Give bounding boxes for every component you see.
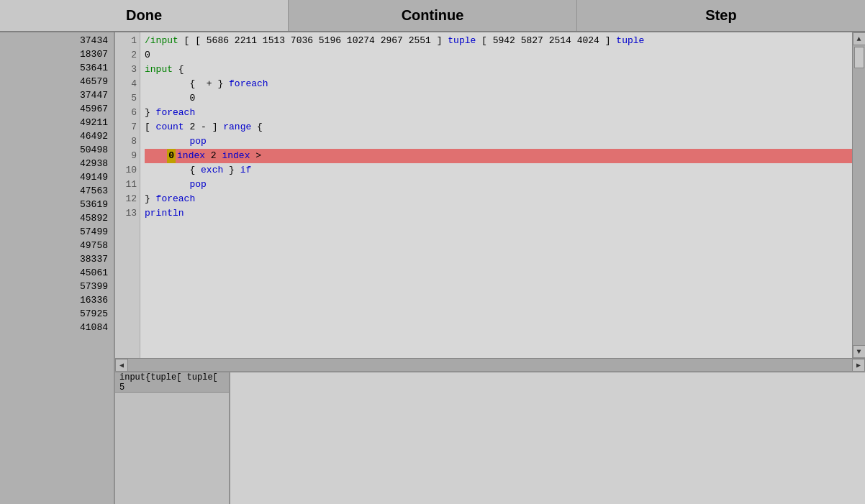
code-token: 2 xyxy=(205,149,222,163)
stack-list: 3743418307536414657937447459674921146492… xyxy=(0,32,114,504)
code-token xyxy=(167,178,189,192)
stack-item: 18307 xyxy=(0,47,114,61)
code-token: } xyxy=(223,163,240,178)
code-token: range xyxy=(223,120,251,134)
code-token: } xyxy=(145,106,156,120)
indent xyxy=(145,178,167,192)
code-token: foreach xyxy=(229,77,268,91)
line-number: 9 xyxy=(115,149,137,163)
code-token: { xyxy=(173,63,184,77)
stack-item: 49758 xyxy=(0,239,114,252)
code-token: [ [ 5686 2211 1513 7036 5196 10274 2967 … xyxy=(178,34,448,48)
hscroll-track[interactable] xyxy=(128,359,852,371)
stack-item: 57925 xyxy=(0,307,114,321)
code-token: } xyxy=(145,192,156,206)
stack-item: 45892 xyxy=(0,211,114,225)
code-token: tuple xyxy=(448,34,476,48)
vertical-scrollbar: ▲ ▼ xyxy=(852,32,865,358)
code-line: [ count 2 - ] range { xyxy=(145,120,861,134)
code-token: if xyxy=(240,163,252,178)
code-line: } foreach xyxy=(145,192,861,206)
right-panel: 12345678910111213 /input [ [ 5686 2211 1… xyxy=(115,32,865,504)
code-token: { xyxy=(167,163,201,178)
line-number: 2 xyxy=(115,48,137,63)
code-token: foreach xyxy=(156,192,196,206)
line-number: 4 xyxy=(115,77,137,91)
code-token: { + } xyxy=(167,77,229,91)
done-button[interactable]: Done xyxy=(0,0,289,31)
code-line: 0 xyxy=(145,48,861,63)
stack-item: 49149 xyxy=(0,170,114,184)
code-token: { xyxy=(251,120,263,134)
stack-item: 46579 xyxy=(0,75,114,88)
code-token: index xyxy=(222,149,250,163)
bottom-left-panel: input{tuple[ tuple[ 5 xyxy=(115,372,230,504)
line-number: 5 xyxy=(115,91,137,106)
code-token: /input xyxy=(145,34,178,48)
stack-item: 57399 xyxy=(0,280,114,293)
code-token: input xyxy=(145,63,173,77)
line-number: 13 xyxy=(115,206,137,221)
code-token: 0 xyxy=(167,91,195,106)
stack-item: 46492 xyxy=(0,129,114,143)
code-token: exch xyxy=(201,163,223,178)
line-number: 12 xyxy=(115,192,137,206)
bottom-status-bar: input{tuple[ tuple[ 5 xyxy=(115,372,229,393)
code-token: pop xyxy=(189,178,206,192)
stack-item: 53641 xyxy=(0,61,114,75)
continue-button[interactable]: Continue xyxy=(289,0,577,31)
code-line: } foreach xyxy=(145,106,861,120)
code-token: 2 - ] xyxy=(184,120,224,134)
code-area[interactable]: /input [ [ 5686 2211 1513 7036 5196 1027… xyxy=(140,32,865,358)
stack-item: 37447 xyxy=(0,88,114,102)
step-button[interactable]: Step xyxy=(577,0,865,31)
indent xyxy=(145,77,167,91)
code-line: { exch } if xyxy=(145,163,861,178)
stack-item: 57499 xyxy=(0,225,114,239)
stack-item: 53619 xyxy=(0,198,114,211)
scroll-left-arrow[interactable]: ◀ xyxy=(115,359,128,372)
code-token: [ 5942 5827 2514 4024 ] xyxy=(476,34,616,48)
line-number: 10 xyxy=(115,163,137,178)
scroll-down-arrow[interactable]: ▼ xyxy=(853,345,866,358)
line-number: 1 xyxy=(115,34,137,48)
line-number: 8 xyxy=(115,134,137,149)
line-number: 3 xyxy=(115,63,137,77)
code-line: 0index 2 index > xyxy=(145,149,861,163)
stack-item: 42938 xyxy=(0,157,114,170)
current-marker: 0 xyxy=(167,149,176,163)
line-number: 11 xyxy=(115,178,137,192)
stack-item: 49211 xyxy=(0,116,114,129)
code-token: foreach xyxy=(156,106,196,120)
code-token: count xyxy=(156,120,184,134)
code-token: > xyxy=(250,149,261,163)
code-token: println xyxy=(145,206,184,221)
indent xyxy=(145,91,167,106)
stack-item: 16336 xyxy=(0,293,114,307)
code-line: { + } foreach xyxy=(145,77,861,91)
indent xyxy=(145,149,167,163)
bottom-status-text: input{tuple[ tuple[ 5 xyxy=(119,372,225,393)
bottom-panel: input{tuple[ tuple[ 5 xyxy=(115,371,865,504)
scroll-track[interactable] xyxy=(853,45,865,345)
code-line: pop xyxy=(145,134,861,149)
code-token: 0 xyxy=(145,48,150,63)
stack-item: 47563 xyxy=(0,184,114,198)
bottom-right-panel xyxy=(230,372,865,504)
line-number: 7 xyxy=(115,120,137,134)
scroll-up-arrow[interactable]: ▲ xyxy=(853,32,866,45)
line-numbers: 12345678910111213 xyxy=(115,32,140,358)
stack-item: 45967 xyxy=(0,102,114,116)
scroll-thumb[interactable] xyxy=(854,47,864,68)
stack-panel: 3743418307536414657937447459674921146492… xyxy=(0,32,115,504)
main-area: 3743418307536414657937447459674921146492… xyxy=(0,32,865,504)
code-token: index xyxy=(177,149,205,163)
stack-item: 45061 xyxy=(0,266,114,280)
code-token: [ xyxy=(145,120,156,134)
stack-item: 37434 xyxy=(0,34,114,47)
code-line: /input [ [ 5686 2211 1513 7036 5196 1027… xyxy=(145,34,861,48)
scroll-right-arrow[interactable]: ▶ xyxy=(852,359,865,372)
line-number: 6 xyxy=(115,106,137,120)
code-line: input { xyxy=(145,63,861,77)
horizontal-scrollbar: ◀ ▶ xyxy=(115,358,865,371)
